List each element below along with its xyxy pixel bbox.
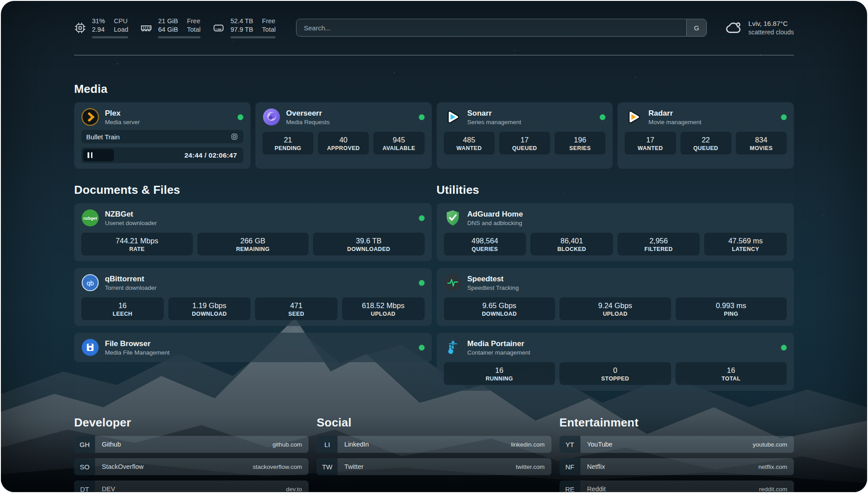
- reddit-url: reddit.com: [759, 486, 787, 493]
- bookmark-reddit[interactable]: RE Reddit reddit.com: [559, 480, 794, 492]
- qbittorrent-title: qBittorrent: [105, 274, 157, 284]
- qbittorrent-stat-leech: 16LEECH: [81, 297, 164, 320]
- reddit-abbr-badge: RE: [559, 480, 580, 492]
- plex-playback-time: 24:44 / 02:06:47: [184, 151, 241, 159]
- card-nzbget[interactable]: nzbget NZBGet Usenet downloader 744.21 M…: [74, 203, 432, 261]
- cpu-load-value: 2.94: [92, 25, 105, 34]
- card-plex[interactable]: Plex Media server Bullet Train: [74, 102, 250, 169]
- bookmark-twitter[interactable]: TW Twitter twitter.com: [317, 458, 551, 475]
- portainer-stat-stopped: 0STOPPED: [559, 362, 671, 385]
- nzbget-title: NZBGet: [105, 209, 157, 219]
- social-section-title: Social: [317, 416, 551, 430]
- github-url: github.com: [272, 441, 302, 448]
- disk-progress-bar: [230, 36, 275, 38]
- sonarr-stat-queued: 17QUEUED: [499, 132, 550, 155]
- radarr-icon: [625, 108, 643, 126]
- now-playing-view-icon[interactable]: [230, 133, 238, 141]
- bookmark-dev[interactable]: DT DEV dev.to: [74, 480, 309, 492]
- card-sonarr[interactable]: Sonarr Series management 485WANTED 17QUE…: [437, 102, 613, 169]
- stackoverflow-name: StackOverflow: [102, 463, 143, 470]
- cpu-progress-bar: [92, 36, 128, 38]
- adguard-subtitle: DNS and adblocking: [467, 219, 523, 227]
- section-media: Media Plex Media server: [74, 82, 794, 169]
- svg-text:nzbget: nzbget: [83, 216, 97, 221]
- radarr-status-dot: [781, 114, 787, 120]
- ram-icon: [140, 22, 152, 34]
- bookmark-netflix[interactable]: NF Netflix netflix.com: [559, 458, 794, 475]
- cpu-icon: [74, 22, 86, 34]
- radarr-stat-movies: 834MOVIES: [736, 132, 787, 155]
- card-qbittorrent[interactable]: qb qBittorrent Torrent downloader 16LEEC…: [74, 268, 432, 326]
- card-filebrowser[interactable]: File Browser Media File Management: [74, 333, 432, 362]
- youtube-abbr-badge: YT: [559, 436, 580, 453]
- qbittorrent-stat-upload: 618.52 MbpsUPLOAD: [342, 297, 425, 320]
- weather-condition: scattered clouds: [748, 28, 794, 36]
- speedtest-stat-ping: 0.993 msPING: [676, 297, 787, 320]
- netflix-url: netflix.com: [758, 464, 787, 470]
- cpu-load-label: Load: [114, 25, 128, 34]
- bookmark-youtube[interactable]: YT YouTube youtube.com: [559, 436, 794, 453]
- portainer-subtitle: Container management: [467, 349, 530, 356]
- dev-name: DEV: [102, 485, 115, 492]
- overseerr-stat-approved: 40APPROVED: [318, 132, 369, 155]
- section-documents: Documents & Files nzbget NZBGet Usenet d…: [74, 183, 432, 391]
- plex-elapsed-pill: [83, 149, 114, 161]
- topbar-divider: [74, 55, 794, 55]
- search-provider-button[interactable]: G: [686, 19, 706, 36]
- section-social: Social LI LinkedIn linkedin.com TW Twitt…: [317, 416, 551, 492]
- starfield-background: [1, 1, 2, 2]
- overseerr-stat-available: 945AVAILABLE: [373, 132, 424, 155]
- section-utilities: Utilities AdGuard Home: [437, 183, 794, 391]
- radarr-title: Radarr: [648, 109, 701, 118]
- card-overseerr[interactable]: Overseerr Media Requests 21PENDING 40APP…: [255, 102, 432, 169]
- overseerr-stat-pending: 21PENDING: [263, 132, 313, 155]
- bookmark-linkedin[interactable]: LI LinkedIn linkedin.com: [317, 436, 551, 453]
- system-stats: 31% CPU 2.94 Load 21 GiB Free: [74, 17, 275, 38]
- plex-status-dot: [238, 114, 243, 120]
- stackoverflow-url: stackoverflow.com: [253, 464, 302, 470]
- qbittorrent-stat-download: 1.19 GbpsDOWNLOAD: [168, 297, 251, 320]
- youtube-url: youtube.com: [753, 441, 787, 448]
- memory-free-value: 21 GiB: [158, 17, 178, 25]
- bookmark-stackoverflow[interactable]: SO StackOverflow stackoverflow.com: [74, 458, 309, 475]
- filebrowser-subtitle: Media File Management: [105, 349, 170, 356]
- linkedin-name: LinkedIn: [344, 441, 369, 448]
- overseerr-title: Overseerr: [286, 109, 330, 118]
- card-speedtest[interactable]: Speedtest Speedtest Tracking 9.65 GbpsDO…: [437, 268, 794, 326]
- filebrowser-status-dot: [419, 345, 425, 351]
- portainer-icon: [444, 338, 462, 356]
- adguard-icon: [444, 209, 462, 227]
- memory-free-label: Free: [187, 17, 201, 25]
- adguard-stat-queries: 498,564QUERIES: [444, 233, 526, 255]
- utilities-section-title: Utilities: [437, 183, 794, 197]
- overseerr-status-dot: [419, 114, 425, 120]
- overseerr-subtitle: Media Requests: [286, 118, 330, 126]
- nzbget-stat-rate: 744.21 MbpsRATE: [81, 233, 193, 255]
- card-radarr[interactable]: Radarr Movie management 17WANTED 22QUEUE…: [618, 102, 794, 169]
- plex-subtitle: Media server: [105, 118, 140, 126]
- pause-icon[interactable]: [88, 152, 92, 158]
- plex-icon: [81, 108, 99, 126]
- section-entertainment: Entertainment YT YouTube youtube.com NF …: [559, 416, 794, 492]
- sonarr-title: Sonarr: [467, 109, 522, 118]
- documents-section-title: Documents & Files: [74, 183, 432, 197]
- filebrowser-icon: [81, 338, 99, 356]
- nzbget-icon: nzbget: [81, 209, 99, 227]
- portainer-stat-total: 16TOTAL: [676, 362, 787, 385]
- search-input[interactable]: [296, 19, 707, 37]
- nzbget-status-dot: [419, 215, 425, 221]
- card-adguard[interactable]: AdGuard Home DNS and adblocking 498,564Q…: [437, 203, 794, 261]
- weather-location: Lviv, 16.87°C: [748, 19, 794, 28]
- filebrowser-title: File Browser: [105, 339, 170, 349]
- card-portainer[interactable]: Media Portainer Container management 16R…: [437, 333, 794, 391]
- youtube-name: YouTube: [587, 441, 613, 448]
- radarr-stat-queued: 22QUEUED: [680, 132, 731, 155]
- cpu-stat: 31% CPU 2.94 Load: [74, 17, 128, 38]
- qbittorrent-status-dot: [419, 280, 425, 286]
- speedtest-title: Speedtest: [467, 274, 519, 284]
- disk-total-value: 97.9 TB: [230, 25, 253, 34]
- bookmark-github[interactable]: GH Github github.com: [74, 436, 309, 453]
- dev-abbr-badge: DT: [74, 480, 95, 492]
- linkedin-url: linkedin.com: [511, 441, 545, 448]
- sonarr-status-dot: [600, 114, 605, 120]
